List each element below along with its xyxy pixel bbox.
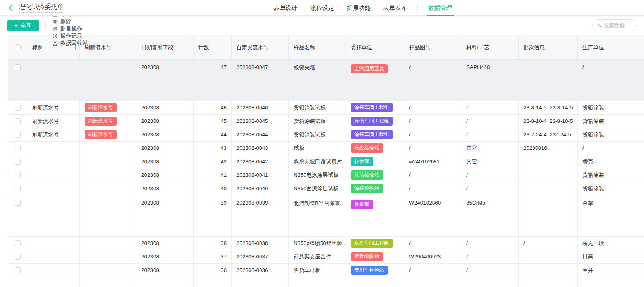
row-checkbox[interactable] <box>15 172 21 178</box>
cell-serial: 202308-0046 <box>232 101 289 114</box>
row-checkbox-cell <box>8 101 27 114</box>
cell-org: 底盘检验站 <box>346 250 404 263</box>
search-box[interactable] <box>592 19 637 31</box>
column-label: 日期复制字段 <box>141 44 173 51</box>
row-checkbox[interactable] <box>15 64 21 70</box>
column-header-producer[interactable]: 生产单位 <box>578 35 644 59</box>
cell-serial: 202308-0040 <box>232 182 289 195</box>
cell-sample: 货箱涂装试板 <box>289 115 346 128</box>
cell-batch <box>519 60 578 101</box>
toolbar: + 添加 导入导出删除批量操作操作记录数据回收站 <box>0 16 644 35</box>
cell-count: 44 <box>194 128 232 141</box>
row-checkbox[interactable] <box>15 118 21 124</box>
org-badge: 涂装检验站 <box>351 170 383 180</box>
cell-serial: 202308-0039 <box>232 195 289 236</box>
cell-drawing: W290400923 <box>404 250 461 263</box>
column-header-serial[interactable]: 自定义流水号 <box>232 35 289 59</box>
cell-title <box>27 182 80 195</box>
cell-refresh <box>80 277 136 287</box>
column-header-date[interactable]: 日期复制字段 <box>136 35 194 59</box>
cell-batch: 20230816 <box>519 142 578 155</box>
column-header-refresh[interactable]: 刷新流水号 <box>80 35 136 59</box>
cell-producer: 宝井 <box>578 264 644 277</box>
table-row[interactable]: 20230839202308-0039北汽制造B平台减震...质量部W24010… <box>8 195 644 237</box>
org-badge: 技术部 <box>351 157 373 166</box>
table-row[interactable]: 20230836202308-0036售货车样板专用车检验站//宝井 <box>8 264 644 277</box>
cell-refresh <box>80 237 136 250</box>
cell-drawing: / <box>404 115 461 128</box>
row-checkbox[interactable] <box>15 200 21 206</box>
column-header-org[interactable]: 委托单位 <box>346 35 404 59</box>
row-checkbox[interactable] <box>15 186 21 191</box>
org-badge: 底盘检验站 <box>351 144 383 153</box>
cell-date: 202308 <box>136 237 194 250</box>
table-row[interactable]: 20230847202308-0047板簧夹箍上汽通用五菱/SAPH440/ <box>8 60 644 101</box>
column-header-title[interactable]: 标题 <box>27 35 80 59</box>
cell-drawing: / <box>404 168 461 182</box>
cell-material: / <box>461 168 519 182</box>
delete-button[interactable]: 删除 <box>52 18 71 25</box>
table-row[interactable] <box>8 277 644 287</box>
tab-extensions[interactable]: 扩展功能 <box>347 0 371 16</box>
column-header-material[interactable]: 材料/工艺 <box>461 35 519 59</box>
cell-material: 其它 <box>461 142 519 155</box>
row-checkbox[interactable] <box>15 267 21 273</box>
table-row[interactable]: 20230841202308-0041N350电泳涂层试板涂装检验站//货箱涂装 <box>8 168 644 182</box>
cell-sample: N350面漆涂层试板 <box>289 182 346 195</box>
table-row[interactable]: 刷新流水号刷新流水号20230845202308-0045货箱涂装试板涂装车间工… <box>8 115 644 128</box>
column-label: 生产单位 <box>582 44 604 51</box>
cell-sample: 双胎无坡口路试切片 <box>289 155 346 168</box>
column-header-batch[interactable]: 批次信息 <box>519 35 578 59</box>
column-label: 自定义流水号 <box>236 44 269 51</box>
table-row[interactable]: 20230843202308-0043试板底盘检验站/其它20230816/ <box>8 142 644 155</box>
add-button[interactable]: + 添加 <box>7 20 39 31</box>
row-checkbox[interactable] <box>15 132 21 138</box>
table-row[interactable]: 20230837202308-0037前悬架支座合件底盘检验站W29040092… <box>8 250 644 264</box>
cell-material: / <box>461 264 519 277</box>
cell-title <box>27 250 80 263</box>
search-input[interactable] <box>604 23 632 29</box>
tab-form-publish[interactable]: 表单发布 <box>383 0 407 16</box>
table-header-row: 标题刷新流水号日期复制字段计数自定义流水号样品名称委托单位样品图号材料/工艺批次… <box>8 35 644 60</box>
cell-producer: 货箱涂装 <box>578 115 644 128</box>
add-button-label: 添加 <box>21 22 32 29</box>
row-checkbox[interactable] <box>15 145 21 151</box>
cell-refresh <box>80 155 136 168</box>
row-checkbox[interactable] <box>15 254 21 260</box>
cell-serial: 202308-0042 <box>232 155 289 168</box>
batch-actions-button[interactable]: 批量操作 <box>52 25 83 33</box>
column-header-drawing[interactable]: 样品图号 <box>404 35 461 59</box>
table-row[interactable]: 20230838202308-0038N350p双胎50焊丝验...底盘车间工程… <box>8 237 644 250</box>
tab-data-management[interactable]: 数据管理 <box>428 0 452 16</box>
back-button[interactable] <box>6 3 15 13</box>
table-row[interactable]: 20230840202308-0040N350面漆涂层试板涂装检验站//货箱涂装 <box>8 182 644 195</box>
cell-serial: 202308-0044 <box>232 128 289 141</box>
column-header-count[interactable]: 计数 <box>194 35 232 59</box>
row-checkbox[interactable] <box>15 159 21 165</box>
org-badge: 底盘车间工程组 <box>351 239 393 248</box>
tab-workflow-setup[interactable]: 流程设定 <box>310 0 334 16</box>
table-row[interactable]: 20230842202308-0042双胎无坡口路试切片技术部w24010268… <box>8 155 644 168</box>
cell-count: 36 <box>194 264 232 277</box>
row-checkbox[interactable] <box>15 240 21 246</box>
cell-batch <box>519 155 578 168</box>
org-badge: 上汽通用五菱 <box>351 64 388 73</box>
column-menu-icon[interactable] <box>75 44 76 51</box>
column-header-sample[interactable]: 样品名称 <box>289 35 346 59</box>
cell-batch <box>519 250 578 263</box>
tab-form-design[interactable]: 表单设计 <box>274 0 298 16</box>
cell-date: 202308 <box>136 250 194 263</box>
select-all-checkbox[interactable] <box>15 44 21 50</box>
cell-sample: N350p双胎50焊丝验... <box>289 237 346 250</box>
cell-sample: 货箱涂装试板 <box>289 101 346 114</box>
cell-producer: 货箱涂装 <box>578 101 644 114</box>
cell-serial: 202308-0045 <box>232 115 289 128</box>
cell-sample: 售货车样板 <box>289 264 346 277</box>
column-label: 样品图号 <box>409 44 431 51</box>
table-row[interactable]: 刷新流水号刷新流水号20230844202308-0044货箱涂装试板涂装车间工… <box>8 128 644 142</box>
table-row[interactable]: 刷新流水号刷新流水号20230846202308-0046货箱涂装试板涂装车间工… <box>8 101 644 115</box>
row-checkbox[interactable] <box>15 105 21 111</box>
cell-title: 刷新流水号 <box>27 101 80 114</box>
cell-batch: 23-8-10-4 23-8-10-5 <box>519 115 578 128</box>
cell-serial: 202308-0043 <box>232 142 289 155</box>
